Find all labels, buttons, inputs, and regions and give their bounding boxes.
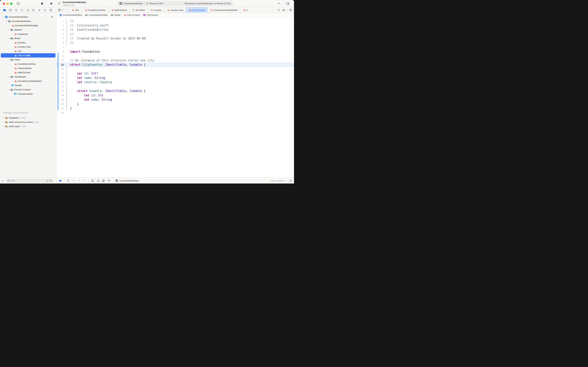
simulate-location-icon[interactable] [107,179,110,182]
sidebar-item-supabase[interactable]: Supabase [0,32,56,36]
code-line-17[interactable]: 17 struct Country: Identifiable, Codable… [56,89,294,93]
navigator-tab-bookmarks-icon[interactable] [14,8,18,12]
chevron-down-icon[interactable] [5,20,8,22]
code-review-icon[interactable] [277,8,280,11]
tab-country[interactable]: Country [148,7,164,13]
package-item-swift-crypto[interactable]: swift-crypto3.4.0 [0,124,56,128]
sidebar-item-countriesandcities[interactable]: ACountriesAndCitiesM [0,15,56,19]
navigator-tab-issues-icon[interactable] [26,8,30,12]
sidebar-item-countrieslistview[interactable]: CountriesListView [0,62,56,66]
editor-options-icon[interactable] [282,8,285,11]
memory-graph-icon[interactable] [96,179,100,182]
code-line-5[interactable]: 5// Created by Russell Gordon on 2024-06… [56,36,294,41]
sidebar-item-preview-content[interactable]: Preview Content [0,87,56,92]
chevron-down-icon[interactable] [7,37,10,40]
tab-addcityview[interactable]: AddCityView [108,7,130,13]
chevron-right-icon[interactable] [2,117,5,119]
code-line-3[interactable]: 3// CountriesAndCities [56,28,294,32]
toggle-debug-area-icon[interactable] [289,179,292,182]
go-back-icon[interactable] [62,9,64,11]
code-line-1[interactable]: 1// [56,19,294,23]
code-line-4[interactable]: 4// [56,32,294,37]
package-item-supabase[interactable]: Supabase2.13.2 [0,116,56,120]
navigator-tab-breakpoints-icon[interactable] [43,8,47,12]
sidebar-item-city[interactable]: City [0,49,56,53]
navigator-tab-source-control-icon[interactable] [8,8,12,12]
chevron-down-icon[interactable] [7,59,10,61]
code-line-2[interactable]: 2// City+Country.swift [56,23,294,28]
chevron-right-icon[interactable] [2,121,5,123]
chevron-down-icon[interactable] [7,29,10,31]
code-line-15[interactable]: 15 let country: Country [56,80,294,84]
breadcrumb-item[interactable]: SCityCountry [143,14,158,16]
navigator-tab-debug-icon[interactable] [38,8,41,12]
source-editor[interactable]: 1//2// City+Country.swift3// CountriesAn… [56,17,294,177]
tab-countrieslistview[interactable]: CountriesListView [82,7,108,13]
code-line-12[interactable]: 12 [56,67,294,72]
sidebar-item-model[interactable]: Model [0,36,56,41]
scheme-selector[interactable]: A CountriesAndCities › iPhone 15 Pro Run… [117,1,233,6]
sidebar-item-helpers[interactable]: Helpers [0,28,56,32]
toggle-inspector-icon[interactable] [286,2,289,6]
package-item-swift-concurrency-extras[interactable]: swift-concurrency-extras1.1.0 [0,120,56,124]
scheme-project-label[interactable]: CountriesAndCities [124,2,143,5]
sidebar-item-viewmodels[interactable]: ViewModels [0,75,56,79]
filter-options-icon[interactable] [7,179,10,182]
sidebar-item-city-country[interactable]: City+CountryA [0,53,56,58]
tab-c[interactable]: C [240,7,250,13]
go-forward-icon[interactable] [65,9,67,11]
code-line-22[interactable]: 22 [56,111,294,115]
tab-city-country[interactable]: City+Country [186,7,208,13]
filter-field[interactable]: Filter [6,179,54,183]
sidebar-item-addcityview[interactable]: AddCityView [0,70,56,75]
running-app-indicator[interactable]: ACountriesAndCities [115,179,139,182]
library-add-icon[interactable] [277,2,280,5]
sidebar-item-citieslistview[interactable]: CitiesListView [0,66,56,70]
code-line-13[interactable]: 13 var id: Int? [56,71,294,76]
sidebar-item-country-city[interactable]: Country+City [0,45,56,49]
navigator-tab-tests-icon[interactable] [32,8,35,12]
code-line-14[interactable]: 14 let name: String [56,76,294,80]
scheme-destination-label[interactable]: iPhone 15 Pro [149,2,164,5]
sidebar-item-preview-assets[interactable]: Preview Assets [0,92,56,96]
sidebar-item-countriesandcities[interactable]: CountriesAndCities [0,19,56,23]
related-items-icon[interactable] [58,8,61,11]
sidebar-item-countrieslistviewmodel[interactable]: CountriesListViewModel [0,79,56,83]
minimize-window-button[interactable] [6,2,9,5]
stop-button[interactable] [41,2,44,6]
pause-icon[interactable] [67,179,70,182]
sidebar-item-countriesandcitiesapp[interactable]: CountriesAndCitiesApp [0,23,56,28]
sidebar-item-assets[interactable]: Assets [0,83,56,87]
add-editor-icon[interactable] [289,8,292,11]
step-out-icon[interactable] [83,179,86,182]
sidebar-item-country[interactable]: Country [0,41,56,45]
code-lines[interactable]: 1//2// City+Country.swift3// CountriesAn… [56,19,294,115]
code-line-16[interactable]: 16 [56,84,294,89]
chevron-down-icon[interactable] [7,89,10,91]
run-button[interactable] [50,2,53,6]
zoom-window-button[interactable] [10,2,12,5]
breadcrumb-item[interactable]: CountriesAndCities [85,14,108,16]
code-line-11[interactable]: 11struct CityCountry: Identifiable, Coda… [56,63,294,67]
tab-countrieslistviewmodel[interactable]: CountriesListViewModel [208,7,240,13]
code-line-8[interactable]: 8import Foundation [56,50,294,54]
sidebar-item-views[interactable]: Views [0,58,56,62]
tab-city[interactable]: City [69,7,82,13]
code-line-7[interactable]: 7 [56,45,294,50]
environment-overrides-icon[interactable] [102,179,105,182]
recent-files-icon[interactable] [46,179,49,182]
view-hierarchy-icon[interactable] [91,179,94,182]
step-over-icon[interactable] [72,179,75,182]
code-line-20[interactable]: 20 } [56,102,294,107]
code-line-9[interactable]: 9 [56,54,294,58]
tab-country-city[interactable]: Country+City [164,7,186,13]
chevron-down-icon[interactable] [7,76,10,78]
navigator-tab-reports-icon[interactable] [49,8,53,12]
tab-no-editor[interactable]: No Editor [130,7,148,13]
chevron-down-icon[interactable] [2,16,5,18]
code-line-6[interactable]: 6// [56,41,294,45]
add-file-icon[interactable] [1,179,4,182]
breadcrumb-item[interactable]: Model [111,14,120,16]
code-line-18[interactable]: 18 let id: Int [56,93,294,98]
breadcrumb-item[interactable]: ACountriesAndCities [59,14,82,16]
